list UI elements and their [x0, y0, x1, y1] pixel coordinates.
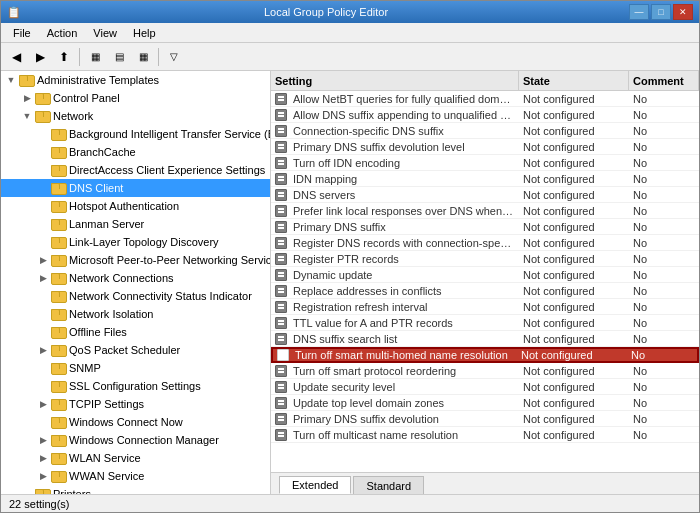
expand-icon[interactable]: ▶ [35, 252, 51, 268]
view-btn2[interactable]: ▤ [108, 46, 130, 68]
table-row[interactable]: Primary DNS suffix Not configured No [271, 219, 699, 235]
folder-icon [51, 397, 67, 411]
close-button[interactable]: ✕ [673, 4, 693, 20]
menu-help[interactable]: Help [125, 25, 164, 41]
tree-item-tcpip[interactable]: ▶ TCPIP Settings [1, 395, 270, 413]
expand-icon[interactable]: ▶ [35, 450, 51, 466]
list-header: Setting State Comment [271, 71, 699, 91]
tree-item-bits[interactable]: Background Intelligent Transfer Service … [1, 125, 270, 143]
setting-state: Not configured [519, 397, 629, 409]
table-row[interactable]: Connection-specific DNS suffix Not confi… [271, 123, 699, 139]
setting-comment: No [629, 365, 699, 377]
setting-name: TTL value for A and PTR records [289, 317, 519, 329]
table-row-highlighted[interactable]: Turn off smart multi-homed name resoluti… [271, 347, 699, 363]
up-button[interactable]: ⬆ [53, 46, 75, 68]
tree-item-dns-client[interactable]: DNS Client [1, 179, 270, 197]
table-row[interactable]: Register DNS records with connection-spe… [271, 235, 699, 251]
table-row[interactable]: DNS suffix search list Not configured No [271, 331, 699, 347]
col-header-state[interactable]: State [519, 71, 629, 90]
setting-comment: No [629, 157, 699, 169]
setting-icon [275, 347, 291, 363]
col-header-comment[interactable]: Comment [629, 71, 699, 90]
setting-name: Primary DNS suffix devolution level [289, 141, 519, 153]
table-row[interactable]: Primary DNS suffix devolution Not config… [271, 411, 699, 427]
setting-icon [273, 219, 289, 235]
table-row[interactable]: Update security level Not configured No [271, 379, 699, 395]
tree-item-qos[interactable]: ▶ QoS Packet Scheduler [1, 341, 270, 359]
setting-comment: No [629, 285, 699, 297]
menu-view[interactable]: View [85, 25, 125, 41]
minimize-button[interactable]: — [629, 4, 649, 20]
tree-item-admin-templates[interactable]: ▼ Administrative Templates [1, 71, 270, 89]
tree-item-directaccess[interactable]: DirectAccess Client Experience Settings [1, 161, 270, 179]
col-header-setting[interactable]: Setting [271, 71, 519, 90]
table-row[interactable]: Register PTR records Not configured No [271, 251, 699, 267]
tree-item-lanman[interactable]: Lanman Server [1, 215, 270, 233]
tree-item-link-layer[interactable]: Link-Layer Topology Discovery [1, 233, 270, 251]
setting-comment: No [629, 93, 699, 105]
setting-icon [273, 267, 289, 283]
back-button[interactable]: ◀ [5, 46, 27, 68]
folder-icon [51, 343, 67, 357]
menu-file[interactable]: File [5, 25, 39, 41]
tree-item-net-connections[interactable]: ▶ Network Connections [1, 269, 270, 287]
expand-icon[interactable]: ▶ [35, 396, 51, 412]
expand-icon[interactable]: ▶ [35, 432, 51, 448]
table-row[interactable]: Dynamic update Not configured No [271, 267, 699, 283]
tree-item-branchcache[interactable]: BranchCache [1, 143, 270, 161]
tree-item-wwan[interactable]: ▶ WWAN Service [1, 467, 270, 485]
table-row[interactable]: TTL value for A and PTR records Not conf… [271, 315, 699, 331]
tab-extended[interactable]: Extended [279, 476, 351, 494]
expand-icon[interactable]: ▶ [35, 342, 51, 358]
table-row[interactable]: Turn off smart protocol reordering Not c… [271, 363, 699, 379]
tab-standard[interactable]: Standard [353, 476, 424, 494]
table-row[interactable]: DNS servers Not configured No [271, 187, 699, 203]
setting-comment: No [629, 205, 699, 217]
list-body: Allow NetBT queries for fully qualified … [271, 91, 699, 472]
setting-name: Register DNS records with connection-spe… [289, 237, 519, 249]
forward-button[interactable]: ▶ [29, 46, 51, 68]
table-row[interactable]: Update top level domain zones Not config… [271, 395, 699, 411]
tree-item-hotspot[interactable]: Hotspot Authentication [1, 197, 270, 215]
setting-name: Primary DNS suffix devolution [289, 413, 519, 425]
menu-action[interactable]: Action [39, 25, 86, 41]
maximize-button[interactable]: □ [651, 4, 671, 20]
table-row[interactable]: Replace addresses in conflicts Not confi… [271, 283, 699, 299]
setting-comment: No [629, 269, 699, 281]
table-row[interactable]: IDN mapping Not configured No [271, 171, 699, 187]
folder-icon [51, 325, 67, 339]
table-row[interactable]: Allow DNS suffix appending to unqualifie… [271, 107, 699, 123]
tree-item-printers[interactable]: Printers [1, 485, 270, 494]
table-row[interactable]: Turn off multicast name resolution Not c… [271, 427, 699, 443]
tree-label: DirectAccess Client Experience Settings [69, 164, 265, 176]
expand-icon[interactable]: ▼ [3, 72, 19, 88]
tree-item-control-panel[interactable]: ▶ Control Panel [1, 89, 270, 107]
tree-item-wlan[interactable]: ▶ WLAN Service [1, 449, 270, 467]
table-row[interactable]: Prefer link local responses over DNS whe… [271, 203, 699, 219]
setting-state: Not configured [519, 285, 629, 297]
tree-item-net-connectivity[interactable]: Network Connectivity Status Indicator [1, 287, 270, 305]
tree-item-wcm[interactable]: ▶ Windows Connection Manager [1, 431, 270, 449]
expand-icon[interactable]: ▶ [35, 270, 51, 286]
folder-icon [19, 73, 35, 87]
setting-comment: No [629, 381, 699, 393]
tree-item-net-isolation[interactable]: Network Isolation [1, 305, 270, 323]
folder-icon [51, 163, 67, 177]
table-row[interactable]: Primary DNS suffix devolution level Not … [271, 139, 699, 155]
table-row[interactable]: Allow NetBT queries for fully qualified … [271, 91, 699, 107]
view-btn3[interactable]: ▦ [132, 46, 154, 68]
expand-icon[interactable]: ▼ [19, 108, 35, 124]
tree-item-ms-peer[interactable]: ▶ Microsoft Peer-to-Peer Networking Serv… [1, 251, 270, 269]
expand-icon[interactable]: ▶ [35, 468, 51, 484]
tree-item-offline-files[interactable]: Offline Files [1, 323, 270, 341]
table-row[interactable]: Turn off IDN encoding Not configured No [271, 155, 699, 171]
view-btn1[interactable]: ▦ [84, 46, 106, 68]
tree-item-network[interactable]: ▼ Network [1, 107, 270, 125]
filter-button[interactable]: ▽ [163, 46, 185, 68]
tree-item-ssl[interactable]: SSL Configuration Settings [1, 377, 270, 395]
setting-state: Not configured [519, 141, 629, 153]
tree-item-snmp[interactable]: SNMP [1, 359, 270, 377]
tree-item-wcn[interactable]: Windows Connect Now [1, 413, 270, 431]
expand-icon[interactable]: ▶ [19, 90, 35, 106]
table-row[interactable]: Registration refresh interval Not config… [271, 299, 699, 315]
